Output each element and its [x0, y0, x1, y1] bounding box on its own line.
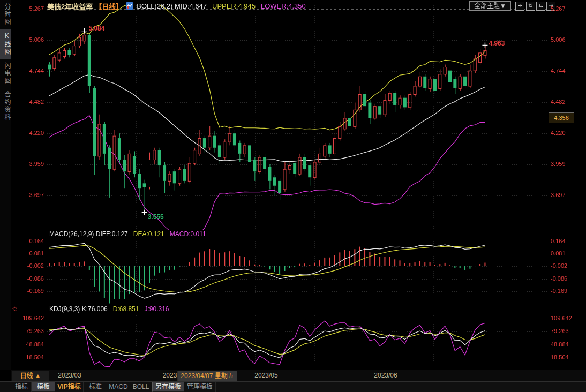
y-axis-label: -0.002 [551, 262, 582, 269]
sidebar-tab-K线图[interactable]: K线图 [0, 29, 11, 59]
toolbar-item-BOLL[interactable]: BOLL [130, 382, 152, 392]
period-selector[interactable]: 日线 ▲ [12, 371, 49, 381]
y-axis-label: 4.744 [13, 67, 44, 74]
kline-chart-icon [126, 2, 133, 10]
boll-lower-readout: LOWER:4.350 [261, 2, 306, 10]
y-axis-label: 48.884 [551, 341, 582, 348]
y-axis-label: 79.263 [13, 328, 44, 334]
zoom-horizontal-icon[interactable]: ⇆ [536, 2, 545, 11]
chart-application-window: 分时图K线图闪电图合约资料 美债2年收益率 【日线】 BOLL(26,2) MI… [0, 0, 586, 392]
latest-high-annotation: 4.963 [489, 40, 505, 47]
instrument-title: 美债2年收益率 [47, 1, 93, 11]
y-axis-label: 4.482 [13, 99, 44, 105]
kdj-d-readout: D:68.851 [113, 305, 139, 313]
macd-header: MACD(26,12,9) DIFF:0.127 DEA:0.121 MACD:… [49, 230, 206, 238]
y-axis-label: 5.006 [551, 36, 582, 43]
time-axis-label: 2023/06 [374, 372, 397, 379]
crosshair-price-label: 4.356 [549, 112, 574, 123]
y-axis-label: 109.642 [551, 315, 582, 321]
kdj-header: KDJ(9,3,3) K:76.006 D:68.851 J:90.316 [49, 305, 169, 313]
boll-readout: BOLL(26,2) MID:4.647 [137, 2, 207, 10]
y-axis-label: 0.164 [551, 238, 582, 244]
time-axis-label: 2023/05 [254, 372, 277, 379]
zoom-vertical-icon[interactable]: ⇅ [526, 2, 535, 11]
chart-header: 美债2年收益率 【日线】 BOLL(26,2) MID:4.647 UPPER:… [47, 1, 306, 11]
y-axis-label: 3.959 [13, 161, 44, 167]
toolbar-item-管理模板[interactable]: 管理模板 [184, 382, 216, 392]
y-axis-label: -0.086 [551, 275, 582, 282]
macd-readout: MACD:0.011 [170, 230, 206, 238]
y-axis-label: 3.697 [13, 192, 44, 198]
highest-price-annotation: 5.084 [88, 25, 104, 32]
y-axis-label: 3.697 [551, 192, 582, 198]
y-axis-label: 79.263 [551, 328, 582, 334]
toolbar-item-模板[interactable]: 模板 [32, 382, 55, 392]
y-axis-label: 5.267 [13, 5, 44, 12]
toolbar-item-标准[interactable]: 标准 [84, 382, 107, 392]
y-axis-label: -0.169 [551, 288, 582, 294]
crosshair-date-label: 2023/04/07 星期五 [177, 371, 237, 381]
time-axis-label: 2023/03 [58, 372, 81, 379]
y-axis-label: 0.164 [13, 238, 44, 244]
toolbar-item-MACD[interactable]: MACD [107, 382, 130, 392]
y-axis-label: 0.081 [13, 250, 44, 257]
time-axis: 日线 ▲ 2023/04/07 星期五 2023/0320232023/0520… [11, 370, 586, 382]
sidebar-tab-分时图[interactable]: 分时图 [0, 0, 11, 29]
sidebar-tab-合约资料[interactable]: 合约资料 [0, 88, 11, 124]
sidebar-tab-闪电图[interactable]: 闪电图 [0, 59, 11, 88]
chart-type-sidebar: 分时图K线图闪电图合约资料 [0, 0, 11, 370]
y-axis-label: 18.504 [13, 354, 44, 360]
y-axis-label: 18.504 [551, 354, 582, 360]
lowest-price-annotation: 3.555 [148, 213, 164, 221]
dea-readout: DEA:0.121 [133, 230, 164, 238]
y-axis-label: -0.086 [13, 275, 44, 282]
period-tag: 【日线】 [95, 1, 123, 11]
y-axis-label: -0.002 [13, 262, 44, 269]
kdj-j-readout: J:90.316 [144, 305, 169, 313]
crosshair-icon[interactable]: ✛ [515, 2, 524, 11]
main-chart-canvas[interactable] [0, 0, 586, 392]
y-axis-label: 109.642 [13, 315, 44, 321]
y-axis-label: -0.169 [13, 288, 44, 294]
y-axis-label: 4.220 [13, 130, 44, 136]
y-axis-label: 5.006 [13, 36, 44, 43]
y-axis-label: 0.081 [551, 250, 582, 257]
y-axis-label: 4.220 [551, 130, 582, 136]
toolbar-item-指标[interactable]: 指标 [12, 382, 32, 392]
y-axis-label: 48.884 [13, 341, 44, 348]
y-axis-label: 5.267 [551, 5, 582, 12]
theme-selector-dropdown[interactable]: 全部主题▼ [469, 1, 511, 11]
y-axis-label: 4.482 [551, 99, 582, 105]
bottom-toolbar: 指标模板VIP指标标准MACDBOLL另存模板管理模板 [0, 381, 586, 392]
toolbar-item-另存模板[interactable]: 另存模板 [152, 382, 184, 392]
toolbar-item-VIP指标[interactable]: VIP指标 [55, 382, 84, 392]
y-axis-label: 3.959 [551, 161, 582, 167]
boll-upper-readout: UPPER:4.945 [212, 2, 256, 10]
y-axis-label: 4.744 [551, 67, 582, 74]
indicator-alert-icon[interactable]: ☼ [11, 304, 18, 312]
time-axis-label: 2023 [163, 372, 177, 379]
